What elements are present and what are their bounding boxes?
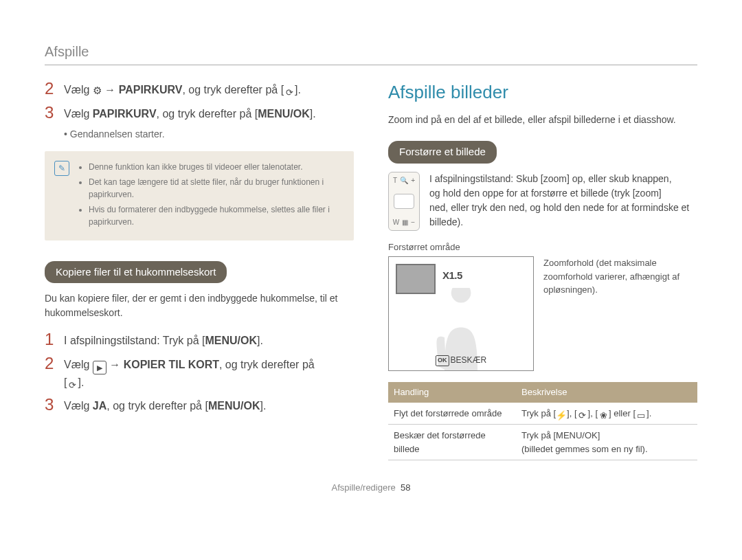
section-pill-copy: Kopiere filer til et hukommelseskort <box>45 261 227 284</box>
step-number: 2 <box>45 79 64 99</box>
step-text: Vælg ▶ → KOPIER TIL KORT, og tryk dereft… <box>64 354 315 391</box>
magnifier-icon: 🔍 <box>400 175 408 186</box>
section-lead: Zoom ind på en del af et billede, eller … <box>388 113 697 127</box>
grid-icon: ▦ <box>402 217 408 227</box>
zoom-description-row: T🔍+ W▦− I afspilningstilstand: Skub [zoo… <box>388 172 697 231</box>
step-number: 2 <box>45 354 64 374</box>
timer-icon: ⟳ <box>67 379 78 388</box>
crop-label: OKBESKÆR <box>436 354 486 366</box>
zoom-value: X1.5 <box>442 268 462 284</box>
right-column: Afspille billeder Zoom ind på en del af … <box>388 79 697 460</box>
zoom-caption: Zoomforhold (det maksimale zoomforhold v… <box>543 256 697 297</box>
table-row: Flyt det forstørrede område Tryk på [⚡],… <box>388 403 697 425</box>
step-text: I afspilningstilstand: Tryk på [MENU/OK]… <box>64 330 263 349</box>
timer-icon: ⟳ <box>284 86 295 96</box>
action-cell: Flyt det forstørrede område <box>388 403 516 425</box>
copy-step-2: 2 Vælg ▶ → KOPIER TIL KORT, og tryk dere… <box>45 354 354 391</box>
desc-cell: Tryk på [⚡], [⟳], [❀] eller [▭]. <box>516 403 697 425</box>
play-icon: ▶ <box>93 361 106 374</box>
step-number: 3 <box>45 395 64 415</box>
copy-step-3: 3 Vælg JA, og tryk derefter på [MENU/OK]… <box>45 395 354 415</box>
desc-cell: Tryk på [MENU/OK] (billedet gemmes som e… <box>516 425 697 460</box>
zoom-control-illustration: T🔍+ W▦− <box>388 172 420 231</box>
step-number: 3 <box>45 103 64 123</box>
enlarged-area-label: Forstørret område <box>388 240 697 254</box>
actions-table: Handling Beskrivelse Flyt det forstørred… <box>388 382 697 460</box>
copy-step-1: 1 I afspilningstilstand: Tryk på [MENU/O… <box>45 330 354 350</box>
table-row: Beskær det forstørrede billede Tryk på [… <box>388 425 697 460</box>
note-item: Det kan tage længere tid at slette filer… <box>89 176 344 201</box>
copy-intro: Du kan kopiere filer, der er gemt i den … <box>45 291 354 320</box>
flash-icon: ⚡ <box>556 409 567 418</box>
step-text: Vælg PAPIRKURV, og tryk derefter på [MEN… <box>64 103 316 122</box>
preview-screen: X1.5 OKBESKÆR <box>388 256 534 371</box>
action-cell: Beskær det forstørrede billede <box>388 425 516 460</box>
section-pill-enlarge: Forstørre et billede <box>388 141 497 164</box>
sub-bullet-restore: Gendannelsen starter. <box>64 127 354 142</box>
step-text: Vælg ⚙ → PAPIRKURV, og tryk derefter på … <box>64 79 301 99</box>
timer-icon: ⟳ <box>577 409 588 418</box>
note-box: ✎ Denne funktion kan ikke bruges til vid… <box>45 151 354 240</box>
gear-icon: ⚙ <box>93 85 102 96</box>
table-header-description: Beskrivelse <box>516 382 697 403</box>
table-header-action: Handling <box>388 382 516 403</box>
page-header: Afspille <box>45 41 697 65</box>
page-footer: Afspille/redigere 58 <box>45 481 697 495</box>
left-column: 2 Vælg ⚙ → PAPIRKURV, og tryk derefter p… <box>45 79 354 460</box>
step-text: Vælg JA, og tryk derefter på [MENU/OK]. <box>64 395 266 414</box>
section-heading: Afspille billeder <box>388 79 697 106</box>
macro-icon: ❀ <box>598 409 609 418</box>
step-2: 2 Vælg ⚙ → PAPIRKURV, og tryk derefter p… <box>45 79 354 99</box>
note-icon: ✎ <box>54 161 69 176</box>
display-icon: ▭ <box>636 409 647 418</box>
zoom-description-text: I afspilningstilstand: Skub [zoom] op, e… <box>429 172 697 229</box>
step-3: 3 Vælg PAPIRKURV, og tryk derefter på [M… <box>45 103 354 123</box>
step-number: 1 <box>45 330 64 350</box>
note-item: Hvis du formaterer den indbyggede hukomm… <box>89 203 344 228</box>
note-item: Denne funktion kan ikke bruges til video… <box>89 161 344 173</box>
